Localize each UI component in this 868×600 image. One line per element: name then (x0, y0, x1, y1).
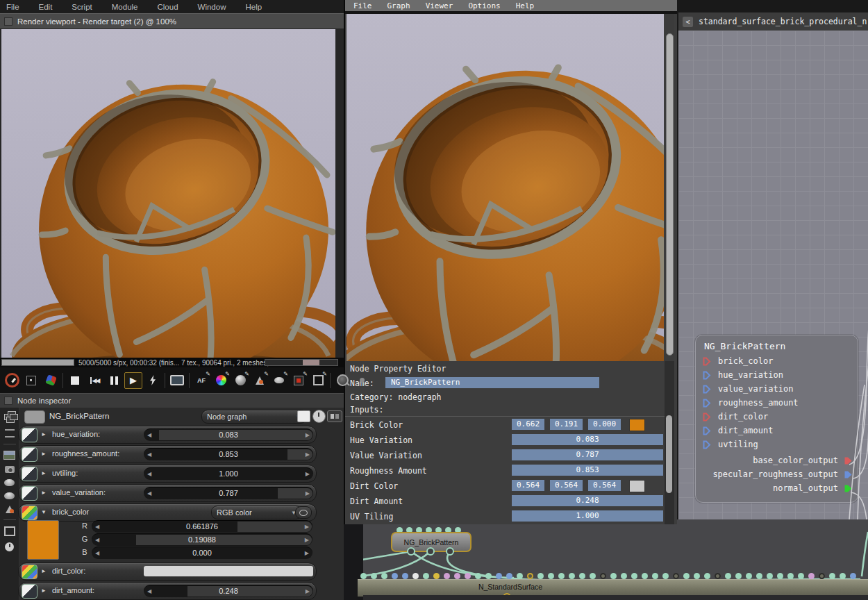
dirt-color-g-field[interactable]: 0.564 (550, 480, 583, 491)
value-variation-slider[interactable]: ◀ 0.787 ▶ (144, 487, 313, 499)
back-button[interactable]: < (683, 17, 693, 27)
menu-module[interactable]: Module (112, 3, 138, 11)
texture-thumb-icon[interactable] (22, 584, 37, 599)
input-port-icon[interactable] (702, 399, 711, 408)
output-port-icon[interactable] (844, 456, 853, 465)
brick-color-g-field[interactable]: 0.191 (550, 419, 583, 430)
cone-sphere-icon[interactable] (6, 506, 14, 513)
input-port-icon[interactable] (702, 426, 711, 435)
brick-color-r-field[interactable]: 0.662 (512, 419, 544, 430)
flat-layers-icon[interactable] (5, 429, 15, 438)
zoom-sphere-icon[interactable] (333, 371, 352, 390)
dirt-color-r-field[interactable]: 0.564 (512, 480, 544, 491)
cone-light-icon[interactable]: ✎ (250, 371, 269, 390)
uv-tiling-field[interactable]: 1.000 (512, 510, 663, 522)
geometry-icon[interactable]: ✎ (269, 371, 289, 390)
hue-variation-field[interactable]: 0.083 (512, 434, 663, 445)
uvtiling-slider[interactable]: ◀ 1.000 ▶ (144, 467, 313, 480)
node-n-standardsurface[interactable] (358, 579, 868, 597)
brick-color-swatch[interactable] (629, 419, 645, 431)
texture-thumb-icon[interactable] (22, 447, 37, 462)
slider-right-arrow[interactable]: ▶ (305, 537, 309, 543)
menu-cloud[interactable]: Cloud (157, 3, 178, 11)
expander-icon[interactable]: ► (41, 451, 47, 457)
texture-thumb-icon[interactable] (22, 486, 37, 501)
camera-icon[interactable] (5, 466, 15, 473)
inspector-checkbox[interactable] (4, 397, 12, 405)
image-icon[interactable] (3, 451, 15, 460)
brickpattern-output-port[interactable] (407, 547, 415, 556)
display-icon[interactable] (167, 371, 187, 390)
dirt-amount-field[interactable]: 0.248 (512, 495, 663, 506)
texture-thumb-icon[interactable] (22, 467, 37, 481)
slider-right-arrow[interactable]: ▶ (306, 490, 310, 497)
autofocus-icon[interactable]: AF✎ (192, 371, 211, 390)
compare-button[interactable] (327, 410, 342, 422)
brickpattern-output-port[interactable] (446, 547, 454, 556)
render-viewport[interactable] (1, 29, 335, 358)
render-region-icon[interactable]: ✎ (289, 371, 308, 390)
history-clock-icon[interactable] (5, 542, 14, 551)
expander-icon[interactable]: ► (41, 431, 47, 438)
pause-icon[interactable] (104, 371, 124, 390)
brick-color-swatch[interactable] (27, 520, 59, 560)
slider-right-arrow[interactable]: ▶ (305, 550, 309, 556)
menu-graph[interactable]: Graph (387, 1, 410, 10)
input-port-icon[interactable] (702, 440, 711, 449)
dirt-color-swatch[interactable] (629, 480, 645, 492)
hue-variation-slider[interactable]: ◀ 0.083 ▶ (144, 428, 313, 441)
clock-button[interactable] (312, 410, 326, 423)
rgb-channels-icon[interactable] (41, 371, 60, 390)
color-thumb-icon[interactable] (22, 565, 37, 579)
name-field[interactable]: NG_BrickPattern (385, 377, 599, 388)
graph-horizontal-scrollbar[interactable] (363, 595, 868, 600)
blue-slider[interactable]: ◀ 0.000 ▶ (92, 547, 312, 559)
main-nodegraph-strip[interactable]: N_StandardSurface NG_BrickPattern (344, 519, 868, 600)
property-editor-scrollbar[interactable] (665, 361, 674, 524)
menu-script[interactable]: Script (72, 3, 92, 11)
slider-right-arrow[interactable]: ▶ (306, 471, 310, 477)
white-swatch-button[interactable] (297, 410, 310, 422)
menu-file[interactable]: File (6, 3, 19, 11)
frame-icon[interactable] (4, 526, 15, 536)
menu-help[interactable]: Help (245, 3, 262, 11)
expander-icon[interactable]: ► (41, 588, 47, 594)
eye-icon[interactable] (295, 506, 312, 519)
viewport-checkbox[interactable] (4, 17, 12, 26)
menu-options[interactable]: Options (468, 1, 500, 10)
dirt-amount-slider[interactable]: ◀ 0.248 ▶ (144, 585, 313, 597)
node-color-swatch[interactable] (24, 410, 45, 424)
nodegraph-node-ng-brickpattern[interactable]: NG_BrickPattern brick_color hue_variatio… (695, 335, 858, 503)
fit-view-icon[interactable] (22, 371, 41, 390)
expander-icon[interactable]: ► (41, 568, 47, 574)
color-mode-dropdown[interactable]: RGB color▼ (211, 506, 302, 519)
expander-icon[interactable]: ► (41, 490, 47, 496)
material-preview-viewport[interactable] (347, 14, 664, 361)
material-preview-icon[interactable] (4, 479, 15, 486)
menu-help[interactable]: Help (516, 1, 535, 10)
value-variation-field[interactable]: 0.787 (512, 449, 663, 460)
standardsurface-input-ports[interactable] (360, 573, 856, 579)
menu-file[interactable]: File (353, 1, 372, 10)
menu-edit[interactable]: Edit (39, 3, 53, 11)
brick-color-b-field[interactable]: 0.000 (588, 419, 621, 430)
material-preview2-icon[interactable] (4, 492, 15, 499)
slider-right-arrow[interactable]: ▶ (306, 588, 310, 594)
texture-thumb-icon[interactable] (22, 428, 37, 442)
output-port-icon[interactable] (844, 470, 853, 479)
material-sphere-icon[interactable]: ✎ (231, 371, 250, 390)
input-port-icon[interactable] (702, 385, 711, 394)
flash-render-icon[interactable] (143, 371, 162, 390)
slider-right-arrow[interactable]: ▶ (306, 432, 310, 438)
viewport-scrollbar[interactable] (665, 14, 674, 361)
expander-open-icon[interactable]: ▼ (41, 509, 47, 515)
green-slider[interactable]: ◀ 0.19088 ▶ (92, 533, 312, 546)
rewind-icon[interactable]: ◀◀ (85, 371, 104, 390)
color-thumb-icon[interactable] (22, 506, 37, 520)
dirt-color-b-field[interactable]: 0.564 (588, 480, 621, 491)
slider-right-arrow[interactable]: ▶ (305, 524, 309, 530)
roughness-amount-slider[interactable]: ◀ 0.853 ▶ (144, 448, 313, 460)
expander-icon[interactable]: ► (41, 470, 47, 476)
input-port-icon[interactable] (702, 371, 711, 380)
color-wheel-icon[interactable]: ✎ (211, 371, 231, 390)
